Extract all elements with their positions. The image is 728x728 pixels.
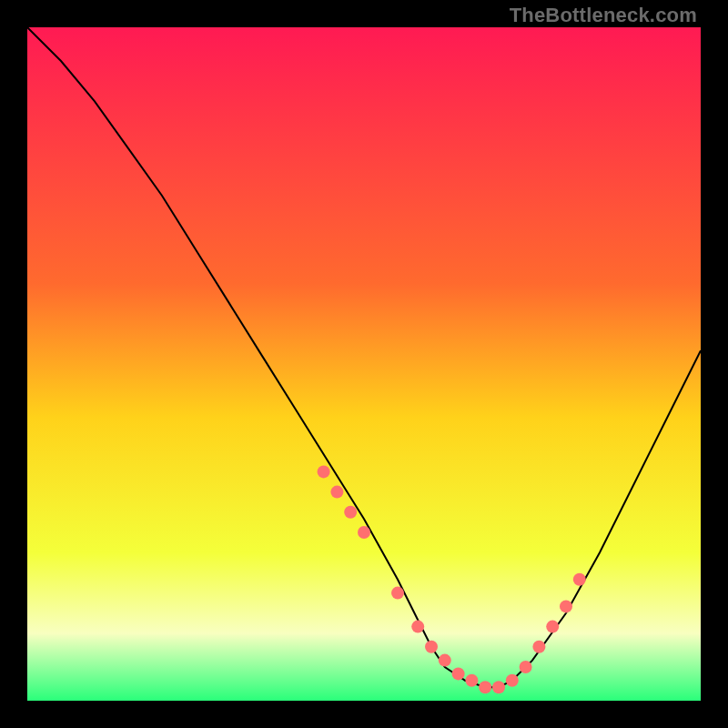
- curve-marker: [318, 465, 330, 478]
- curve-marker: [411, 621, 424, 633]
- curve-marker: [344, 506, 357, 519]
- curve-marker: [391, 587, 404, 600]
- curve-marker: [452, 667, 465, 680]
- curve-marker: [546, 621, 559, 633]
- bottleneck-curve: [27, 27, 701, 687]
- curve-marker: [330, 486, 343, 499]
- curve-marker: [358, 526, 370, 539]
- curve-marker: [573, 573, 586, 586]
- curve-marker: [425, 641, 438, 653]
- curve-marker: [520, 661, 532, 673]
- curve-marker: [532, 641, 545, 653]
- chart-frame: [27, 27, 701, 701]
- curve-marker: [506, 674, 519, 687]
- curve-marker: [439, 654, 451, 667]
- curve-marker: [492, 681, 505, 693]
- watermark-text: TheBottleneck.com: [510, 4, 697, 27]
- curve-marker: [479, 681, 491, 693]
- bottleneck-curve-plot: [27, 27, 701, 701]
- curve-marker: [560, 600, 572, 612]
- curve-marker: [465, 674, 478, 687]
